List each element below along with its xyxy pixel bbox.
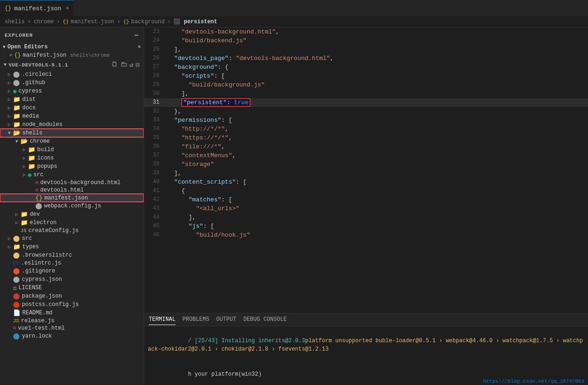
icon-readme: 📄 [13,309,20,317]
bc-manifest[interactable]: manifest.json [71,19,114,25]
code-line-39: 39 ], [144,169,588,178]
tree-item-postcss[interactable]: ⬤ postcss.config.js [0,300,144,309]
icon-chrome: 📂 [20,138,28,145]
refresh-icon[interactable]: ↺ [129,61,133,69]
line-content-44: ], [165,213,588,222]
new-file-project-icon[interactable]: 🗋 [111,61,118,69]
tree-item-browserslistrc[interactable]: ⬤ .browserslistrc [0,251,144,259]
bc-bg-icon: {} [123,19,129,25]
tab-manifest-json[interactable]: {} manifest.json × [0,0,73,16]
tree-item-dev[interactable]: ▷ 📁 dev [0,210,144,219]
tree-item-github[interactable]: ▷ ⬤ .github [0,79,144,87]
project-section[interactable]: ▼ VUE-DEVTOOLS-5.1.1 🗋 🗀 ↺ ⊟ [0,60,144,70]
tab-debug-console[interactable]: DEBUG CONSOLE [243,314,287,325]
label-postcss: postcss.config.js [22,301,144,308]
code-line-34: 34 "http://*/*", [144,125,588,133]
icon-license: ⚖ [13,284,17,292]
tab-file-icon: {} [5,5,11,12]
line-num-45: 45 [144,222,165,231]
tab-terminal[interactable]: TERMINAL [149,314,176,325]
chevron-media: ▷ [6,113,13,119]
bc-background[interactable]: background [131,19,165,25]
tree-item-cypress-json[interactable]: ⬤ cypress.json [0,275,144,284]
tree-item-types[interactable]: ▷ 📁 types [0,243,144,251]
label-license: LICENSE [19,285,144,291]
tree-item-webpack-config[interactable]: ⬤ webpack.config.js [0,202,144,210]
tree-item-circleci[interactable]: ▷ ⬤ .circleci [0,70,144,79]
line-content-36: "file:///*", [165,142,588,151]
bc-shells[interactable]: shells [5,19,25,25]
chevron-github: ▷ [6,80,13,86]
code-line-46: 46 "build/hook.js" [144,231,588,239]
icon-github: ⬤ [13,79,20,86]
tree-item-popups[interactable]: ▷ 📁 popups [0,162,144,171]
tab-output[interactable]: OUTPUT [216,314,236,325]
open-editors-header[interactable]: ▼ Open Editors × [0,43,144,51]
line-num-44: 44 [144,213,165,222]
tree-item-devtools-bg-html[interactable]: H devtools-background.html [0,179,144,186]
tab-problems[interactable]: PROBLEMS [183,314,210,325]
explorer-title: Explorer [5,33,33,38]
tree-item-build[interactable]: ▷ 📁 build [0,146,144,154]
chevron-cypress: ▷ [6,88,13,94]
tree-item-manifest[interactable]: {} manifest.json [0,194,144,202]
terminal-tabs: TERMINAL PROBLEMS OUTPUT DEBUG CONSOLE [144,313,588,326]
tree-item-electron[interactable]: ▷ 📁 electron [0,219,144,227]
icon-cypress: ◉ [13,87,17,95]
tree-item-node-modules[interactable]: ▷ 📁 node_modules [0,120,144,129]
tree-item-license[interactable]: ⚖ LICENSE [0,284,144,292]
label-src-chrome: src [33,172,144,178]
tree-item-media[interactable]: ▷ 📁 media [0,112,144,120]
line-num-46: 46 [144,231,165,239]
terminal-area: TERMINAL PROBLEMS OUTPUT DEBUG CONSOLE /… [144,313,588,385]
new-file-icon[interactable]: ⋯ [135,31,139,39]
tree-item-package-json[interactable]: ⬤ package.json [0,292,144,300]
label-electron: electron [30,219,144,226]
code-line-31: 31 "persistent": true [144,98,588,107]
bc-persistent[interactable]: ⬛ persistent [173,18,217,25]
tree-item-src[interactable]: ▷ ◉ src [0,171,144,179]
term-slash-1: / [25/43] Installing inherits@2.0.3 [188,338,305,344]
chevron-popups: ▷ [20,164,28,169]
tree-item-createconfig[interactable]: JS createConfig.js [0,227,144,234]
tree-item-chrome[interactable]: ▼ 📂 chrome [0,137,144,146]
line-content-46: "build/hook.js" [165,231,588,239]
new-folder-icon[interactable]: 🗀 [120,61,127,69]
tab-close-button[interactable]: × [66,6,69,11]
open-editors-chevron: ▼ [3,45,6,50]
bc-chrome[interactable]: chrome [33,19,53,25]
tree-item-eslintrc[interactable]: ES .eslintrc.js [0,259,144,267]
tree-item-icons[interactable]: ▷ 📁 icons [0,154,144,162]
label-devtools-html: devtools.html [40,187,144,193]
tree-item-docs[interactable]: ▷ 📁 docs [0,104,144,112]
watermark[interactable]: https://blog.csdn.net/qq_18747069 [483,378,584,384]
tree-item-dist[interactable]: ▷ 📁 dist [0,95,144,104]
open-editors-label: Open Editors [7,44,47,50]
label-docs: docs [22,105,144,111]
tree-item-yarn-lock[interactable]: ⬤ yarn.lock [0,332,144,340]
tree-item-src-root[interactable]: ▷ ⬤ src [0,234,144,243]
label-dist: dist [22,96,144,103]
tree-item-readme[interactable]: 📄 README.md [0,309,144,317]
code-line-42: 42 "matches": [ [144,195,588,204]
main-layout: Explorer ⋯ ▼ Open Editors × × {} manifes… [0,27,588,385]
terminal-content[interactable]: / [25/43] Installing inherits@2.0.3platf… [144,326,588,385]
open-editor-x[interactable]: × [9,53,13,58]
tree-item-shells[interactable]: ▼ 📂 shells [0,129,144,137]
chevron-node-modules: ▷ [6,122,13,127]
bc-manifest-icon: {} [63,19,69,25]
tree-item-release[interactable]: JS release.js [0,317,144,325]
line-num-34: 34 [144,125,165,133]
tree-item-gitignore[interactable]: ⬤ .gitignore [0,267,144,275]
icon-types: 📁 [13,243,20,251]
open-editors-close[interactable]: × [138,44,141,50]
tab-bar: {} manifest.json × [0,0,588,16]
editor[interactable]: 23 "devtools-background.html", 24 "build… [144,27,588,313]
tree-item-devtools-html[interactable]: H devtools.html [0,186,144,194]
open-editor-manifest[interactable]: × {} manifest.json shells\chrome [0,51,144,60]
line-num-41: 41 [144,186,165,195]
collapse-icon[interactable]: ⊟ [136,61,140,69]
tree-item-vue1-test[interactable]: H vue1-test.html [0,325,144,332]
label-vue1-test: vue1-test.html [18,325,144,332]
tree-item-cypress[interactable]: ▷ ◉ cypress [0,87,144,95]
